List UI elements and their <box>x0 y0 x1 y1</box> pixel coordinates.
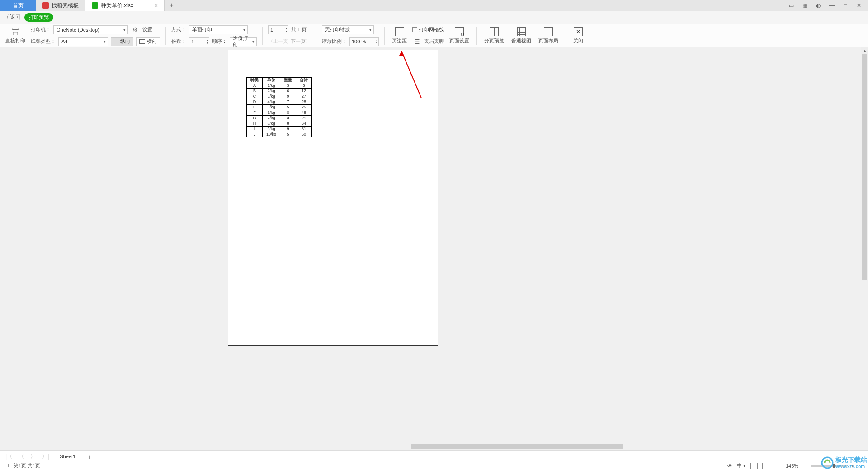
minimize-icon[interactable]: — <box>827 1 836 10</box>
table-row: F6/kg848 <box>247 110 312 116</box>
mode-label: 方式： <box>171 26 186 33</box>
page-spinner[interactable]: 1 <box>268 25 288 34</box>
scale-spinner[interactable]: 100 % <box>349 37 379 46</box>
checkbox-icon <box>412 27 417 32</box>
hscroll-thumb[interactable] <box>411 444 623 449</box>
add-sheet-button[interactable]: + <box>85 453 94 461</box>
eye-icon[interactable]: 👁 <box>727 463 732 469</box>
view-normal-icon[interactable] <box>750 463 758 469</box>
landscape-button[interactable]: 横向 <box>136 37 160 46</box>
scroll-thumb[interactable] <box>862 54 867 280</box>
normal-view-button[interactable]: 普通视图 <box>509 27 533 44</box>
table-header: 合计 <box>296 78 312 83</box>
close-x-icon: ✕ <box>574 27 583 36</box>
maximize-icon[interactable]: □ <box>841 1 850 10</box>
tab-label: 种类单价.xlsx <box>101 2 133 9</box>
print-preview-page: 种类单价重量合计 A1/kg33B2/kg612C3/kg927D4/kg728… <box>228 50 438 346</box>
page-break-icon <box>490 27 499 36</box>
xlsx-icon <box>92 2 98 9</box>
table-header: 重量 <box>280 78 296 83</box>
table-header: 单价 <box>263 78 280 83</box>
add-tab-button[interactable]: + <box>165 0 178 11</box>
order-select[interactable]: 逐份打印 <box>230 37 257 46</box>
settings-link[interactable]: 设置 <box>142 26 152 33</box>
paper-select[interactable]: A4 <box>58 37 108 46</box>
close-button[interactable]: ✕ 关闭 <box>571 27 585 44</box>
back-label: 返回 <box>10 14 21 21</box>
margins-button[interactable]: 页边距 <box>390 27 409 44</box>
mode-select[interactable]: 单面打印 <box>189 25 248 34</box>
prev-page-button[interactable]: 〈上一页 <box>268 38 288 45</box>
page-total: 共 1 页 <box>291 26 307 33</box>
sheet-next-button[interactable]: 〉 <box>28 453 38 461</box>
order-label: 顺序： <box>212 38 227 45</box>
view-break-icon[interactable] <box>774 463 781 469</box>
zoom-out-button[interactable]: − <box>803 463 806 469</box>
page-layout-button[interactable]: 页面布局 <box>537 27 560 44</box>
vertical-scrollbar[interactable]: ▴ <box>861 47 868 450</box>
scroll-up-icon[interactable]: ▴ <box>861 47 868 54</box>
fullscreen-icon[interactable]: ⛶ <box>859 463 863 469</box>
direct-print-button[interactable]: 直接打印 <box>4 27 27 44</box>
window-close-icon[interactable]: ✕ <box>854 1 863 10</box>
tab-home[interactable]: 首页 <box>0 0 36 11</box>
table-row: A1/kg33 <box>247 83 312 89</box>
printer-label: 打印机： <box>31 26 51 33</box>
table-row: G7/kg321 <box>247 116 312 121</box>
sheet-prev-button[interactable]: 〈 <box>17 453 26 461</box>
docer-icon <box>42 2 49 9</box>
chevron-right-icon: 〉 <box>306 38 311 44</box>
table-row: H8/kg864 <box>247 121 312 127</box>
print-gridlines-checkbox[interactable]: 打印网格线 <box>412 26 444 33</box>
page-layout-icon <box>544 27 553 36</box>
user-icon[interactable]: ◐ <box>814 1 823 10</box>
table-row: D4/kg728 <box>247 99 312 105</box>
sheet-first-button[interactable]: |〈 <box>4 453 14 461</box>
close-icon[interactable]: × <box>154 2 158 9</box>
lang-icon[interactable]: 中 ▾ <box>737 462 746 469</box>
view-layout-icon[interactable] <box>762 463 769 469</box>
gear-icon: ⚙ <box>131 25 140 34</box>
normal-view-icon <box>517 27 526 36</box>
print-preview-badge: 打印预览 <box>24 13 53 22</box>
svg-rect-2 <box>13 32 18 35</box>
table-row: C3/kg927 <box>247 94 312 99</box>
preview-table: 种类单价重量合计 A1/kg33B2/kg612C3/kg927D4/kg728… <box>246 77 312 137</box>
sheet-tab-1[interactable]: Sheet1 <box>53 452 82 462</box>
header-footer-button[interactable]: 页眉页脚 <box>424 38 444 45</box>
page-setup-icon: ⚙ <box>455 27 464 36</box>
zoom-value: 145% <box>786 463 798 469</box>
sheet-last-button[interactable]: 〉| <box>40 453 51 461</box>
table-row: B2/kg612 <box>247 89 312 94</box>
margins-icon <box>395 27 404 36</box>
table-header: 种类 <box>247 78 263 83</box>
zoom-in-button[interactable]: + <box>851 463 854 469</box>
horizontal-scrollbar[interactable] <box>405 443 861 450</box>
tab-file[interactable]: 种类单价.xlsx × <box>85 0 165 11</box>
tablet-icon[interactable]: ▭ <box>787 1 796 10</box>
tab-label: 找稻壳模板 <box>52 2 79 9</box>
table-row: E5/kg525 <box>247 105 312 110</box>
back-button[interactable]: 〈 返回 <box>4 14 21 21</box>
svg-rect-0 <box>13 28 18 29</box>
help-icon[interactable]: ☐ <box>5 463 9 469</box>
grid-icon[interactable]: ▦ <box>800 1 809 10</box>
portrait-button[interactable]: 纵向 <box>111 37 133 46</box>
zoom-mode-select[interactable]: 无打印缩放 <box>322 25 374 34</box>
tab-templates[interactable]: 找稻壳模板 <box>36 0 85 11</box>
page-setup-button[interactable]: ⚙ 页面设置 <box>448 27 471 44</box>
next-page-button[interactable]: 下一页〉 <box>291 38 311 45</box>
copies-spinner[interactable]: 1 <box>189 37 209 46</box>
page-break-button[interactable]: 分页预览 <box>482 27 506 44</box>
printer-select[interactable]: OneNote (Desktop) <box>53 25 128 34</box>
copies-label: 份数： <box>171 38 186 45</box>
paper-label: 纸张类型： <box>31 38 56 45</box>
chevron-left-icon: 〈 <box>268 38 273 44</box>
zoom-slider[interactable] <box>811 465 847 467</box>
header-footer-icon: ☰ <box>412 37 421 46</box>
status-page-info: 第1页 共1页 <box>14 462 40 469</box>
chevron-left-icon: 〈 <box>4 14 9 21</box>
landscape-icon <box>139 39 145 44</box>
table-row: I9/kg981 <box>247 127 312 132</box>
scale-label: 缩放比例： <box>322 38 347 45</box>
